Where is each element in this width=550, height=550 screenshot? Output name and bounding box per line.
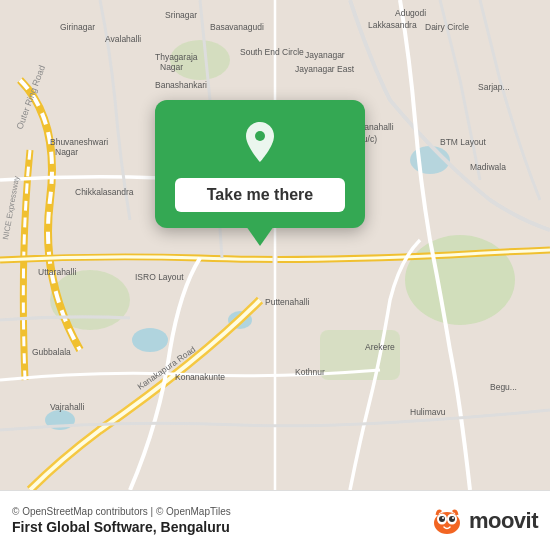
- location-title: First Global Software, Bengaluru: [12, 519, 231, 535]
- svg-text:Hulimavu: Hulimavu: [410, 407, 446, 417]
- svg-text:Sarjap...: Sarjap...: [478, 82, 510, 92]
- svg-text:Avalahalli: Avalahalli: [105, 34, 141, 44]
- svg-point-47: [439, 516, 445, 522]
- svg-text:Nagar: Nagar: [55, 147, 78, 157]
- moovit-brand-text: moovit: [469, 508, 538, 534]
- svg-text:Basavanagudi: Basavanagudi: [210, 22, 264, 32]
- moovit-owl-icon: [431, 505, 463, 537]
- svg-text:South End Circle: South End Circle: [240, 47, 304, 57]
- svg-text:Thyagaraja: Thyagaraja: [155, 52, 198, 62]
- svg-text:Gubbalala: Gubbalala: [32, 347, 71, 357]
- svg-text:Jayanagar East: Jayanagar East: [295, 64, 355, 74]
- svg-text:Uttarahalli: Uttarahalli: [38, 267, 76, 277]
- bottom-bar: © OpenStreetMap contributors | © OpenMap…: [0, 490, 550, 550]
- svg-point-49: [442, 517, 444, 519]
- svg-text:Jayanagar: Jayanagar: [305, 50, 345, 60]
- svg-text:Janahalli: Janahalli: [360, 122, 394, 132]
- svg-point-1: [405, 235, 515, 325]
- map-container: Outer Ring Road NICE Expressway Kanakapu…: [0, 0, 550, 490]
- svg-point-50: [452, 517, 454, 519]
- popup-card: Take me there: [155, 100, 365, 228]
- svg-text:Srinagar: Srinagar: [165, 10, 197, 20]
- svg-text:ISRO Layout: ISRO Layout: [135, 272, 184, 282]
- svg-text:Puttenahalli: Puttenahalli: [265, 297, 310, 307]
- svg-point-5: [132, 328, 168, 352]
- attribution-text: © OpenStreetMap contributors | © OpenMap…: [12, 506, 231, 517]
- svg-point-44: [434, 512, 460, 534]
- svg-text:Banashankari: Banashankari: [155, 80, 207, 90]
- svg-text:Vajrahalli: Vajrahalli: [50, 402, 84, 412]
- moovit-logo: moovit: [431, 505, 538, 537]
- svg-point-43: [255, 131, 265, 141]
- location-pin-icon: [236, 118, 284, 166]
- svg-text:Lakkasandra: Lakkasandra: [368, 20, 417, 30]
- svg-text:Bhuvaneshwari: Bhuvaneshwari: [50, 137, 108, 147]
- svg-text:Chikkalasandra: Chikkalasandra: [75, 187, 134, 197]
- svg-text:BTM Layout: BTM Layout: [440, 137, 486, 147]
- svg-text:Madiwala: Madiwala: [470, 162, 506, 172]
- svg-point-48: [449, 516, 455, 522]
- svg-text:Konanakunte: Konanakunte: [175, 372, 225, 382]
- svg-text:Begu...: Begu...: [490, 382, 517, 392]
- svg-text:Dairy Circle: Dairy Circle: [425, 22, 469, 32]
- take-me-there-button[interactable]: Take me there: [175, 178, 345, 212]
- bottom-left-info: © OpenStreetMap contributors | © OpenMap…: [12, 506, 231, 535]
- svg-text:Girinagar: Girinagar: [60, 22, 95, 32]
- svg-text:Nagar: Nagar: [160, 62, 183, 72]
- svg-text:Arekere: Arekere: [365, 342, 395, 352]
- svg-text:Kothnur: Kothnur: [295, 367, 325, 377]
- svg-text:Adugodi: Adugodi: [395, 8, 426, 18]
